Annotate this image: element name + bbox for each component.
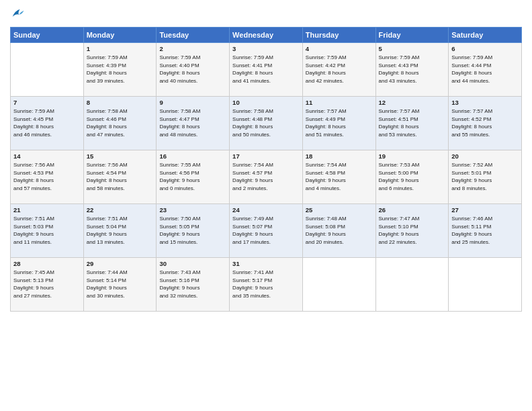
calendar-cell: 31Sunrise: 7:41 AMSunset: 5:17 PMDayligh… [230, 258, 303, 312]
day-number: 4 [306, 45, 373, 52]
calendar-cell [11, 43, 84, 97]
day-number: 15 [87, 152, 154, 160]
day-number: 14 [13, 152, 81, 160]
weekday-header: Friday [375, 28, 449, 43]
day-number: 17 [232, 152, 300, 160]
day-number: 22 [87, 206, 154, 214]
cell-info: Sunrise: 7:51 AMSunset: 5:03 PMDaylight:… [13, 215, 81, 246]
day-number: 5 [379, 45, 446, 52]
calendar-table: SundayMondayTuesdayWednesdayThursdayFrid… [10, 27, 522, 312]
day-number: 23 [159, 206, 226, 214]
day-number: 30 [159, 260, 226, 267]
weekday-header: Saturday [449, 28, 522, 43]
weekday-header: Monday [83, 28, 157, 43]
calendar-cell: 18Sunrise: 7:54 AMSunset: 4:58 PMDayligh… [302, 150, 375, 204]
weekday-header: Wednesday [230, 28, 303, 43]
cell-info: Sunrise: 7:54 AMSunset: 4:58 PMDaylight:… [306, 161, 373, 192]
calendar-cell: 28Sunrise: 7:45 AMSunset: 5:13 PMDayligh… [11, 258, 84, 312]
day-number: 26 [379, 206, 446, 214]
calendar-cell: 22Sunrise: 7:51 AMSunset: 5:04 PMDayligh… [83, 204, 157, 258]
calendar-cell [302, 258, 375, 312]
page: SundayMondayTuesdayWednesdayThursdayFrid… [0, 0, 532, 411]
cell-info: Sunrise: 7:57 AMSunset: 4:51 PMDaylight:… [379, 107, 446, 138]
calendar-cell: 17Sunrise: 7:54 AMSunset: 4:57 PMDayligh… [230, 150, 303, 204]
cell-info: Sunrise: 7:57 AMSunset: 4:52 PMDaylight:… [451, 107, 519, 138]
cell-info: Sunrise: 7:45 AMSunset: 5:13 PMDaylight:… [13, 269, 81, 300]
calendar-cell: 21Sunrise: 7:51 AMSunset: 5:03 PMDayligh… [11, 204, 84, 258]
calendar-cell: 7Sunrise: 7:59 AMSunset: 4:45 PMDaylight… [11, 97, 84, 150]
day-number: 2 [159, 45, 226, 52]
logo [10, 7, 26, 21]
calendar-cell: 27Sunrise: 7:46 AMSunset: 5:11 PMDayligh… [449, 204, 522, 258]
cell-info: Sunrise: 7:47 AMSunset: 5:10 PMDaylight:… [379, 215, 446, 246]
calendar-cell: 30Sunrise: 7:43 AMSunset: 5:16 PMDayligh… [157, 258, 230, 312]
day-number: 24 [232, 206, 300, 214]
cell-info: Sunrise: 7:43 AMSunset: 5:16 PMDaylight:… [159, 269, 226, 300]
calendar-cell: 6Sunrise: 7:59 AMSunset: 4:44 PMDaylight… [449, 43, 522, 97]
cell-info: Sunrise: 7:58 AMSunset: 4:46 PMDaylight:… [87, 107, 154, 138]
calendar-cell: 14Sunrise: 7:56 AMSunset: 4:53 PMDayligh… [11, 150, 84, 204]
calendar-cell: 3Sunrise: 7:59 AMSunset: 4:41 PMDaylight… [230, 43, 303, 97]
calendar-week-row: 1Sunrise: 7:59 AMSunset: 4:39 PMDaylight… [11, 43, 522, 97]
calendar-week-row: 14Sunrise: 7:56 AMSunset: 4:53 PMDayligh… [11, 150, 522, 204]
day-number: 28 [13, 260, 81, 267]
calendar-cell: 1Sunrise: 7:59 AMSunset: 4:39 PMDaylight… [83, 43, 157, 97]
calendar-week-row: 21Sunrise: 7:51 AMSunset: 5:03 PMDayligh… [11, 204, 522, 258]
cell-info: Sunrise: 7:48 AMSunset: 5:08 PMDaylight:… [306, 215, 373, 246]
cell-info: Sunrise: 7:59 AMSunset: 4:42 PMDaylight:… [306, 54, 373, 85]
cell-info: Sunrise: 7:41 AMSunset: 5:17 PMDaylight:… [232, 269, 300, 300]
logo-bird-icon [10, 7, 25, 21]
calendar-cell: 25Sunrise: 7:48 AMSunset: 5:08 PMDayligh… [302, 204, 375, 258]
cell-info: Sunrise: 7:57 AMSunset: 4:49 PMDaylight:… [306, 107, 373, 138]
day-number: 11 [306, 99, 373, 106]
cell-info: Sunrise: 7:59 AMSunset: 4:44 PMDaylight:… [451, 54, 519, 85]
day-number: 31 [232, 260, 300, 267]
day-number: 7 [13, 99, 81, 106]
header [10, 7, 522, 21]
calendar-cell: 5Sunrise: 7:59 AMSunset: 4:43 PMDaylight… [375, 43, 449, 97]
calendar-week-row: 28Sunrise: 7:45 AMSunset: 5:13 PMDayligh… [11, 258, 522, 312]
calendar-cell: 10Sunrise: 7:58 AMSunset: 4:48 PMDayligh… [230, 97, 303, 150]
day-number: 19 [379, 152, 446, 160]
calendar-cell: 9Sunrise: 7:58 AMSunset: 4:47 PMDaylight… [157, 97, 230, 150]
cell-info: Sunrise: 7:46 AMSunset: 5:11 PMDaylight:… [451, 215, 519, 246]
cell-info: Sunrise: 7:58 AMSunset: 4:48 PMDaylight:… [232, 107, 300, 138]
day-number: 1 [87, 45, 154, 52]
calendar-cell: 8Sunrise: 7:58 AMSunset: 4:46 PMDaylight… [83, 97, 157, 150]
cell-info: Sunrise: 7:50 AMSunset: 5:05 PMDaylight:… [159, 215, 226, 246]
cell-info: Sunrise: 7:55 AMSunset: 4:56 PMDaylight:… [159, 161, 226, 192]
calendar-cell: 19Sunrise: 7:53 AMSunset: 5:00 PMDayligh… [375, 150, 449, 204]
calendar-cell: 13Sunrise: 7:57 AMSunset: 4:52 PMDayligh… [449, 97, 522, 150]
day-number: 29 [87, 260, 154, 267]
cell-info: Sunrise: 7:59 AMSunset: 4:41 PMDaylight:… [232, 54, 300, 85]
weekday-header: Thursday [302, 28, 375, 43]
cell-info: Sunrise: 7:54 AMSunset: 4:57 PMDaylight:… [232, 161, 300, 192]
header-row: SundayMondayTuesdayWednesdayThursdayFrid… [11, 28, 522, 43]
calendar-cell: 12Sunrise: 7:57 AMSunset: 4:51 PMDayligh… [375, 97, 449, 150]
calendar-cell: 20Sunrise: 7:52 AMSunset: 5:01 PMDayligh… [449, 150, 522, 204]
weekday-header: Tuesday [157, 28, 230, 43]
calendar-cell: 15Sunrise: 7:56 AMSunset: 4:54 PMDayligh… [83, 150, 157, 204]
cell-info: Sunrise: 7:59 AMSunset: 4:43 PMDaylight:… [379, 54, 446, 85]
calendar-cell: 4Sunrise: 7:59 AMSunset: 4:42 PMDaylight… [302, 43, 375, 97]
calendar-week-row: 7Sunrise: 7:59 AMSunset: 4:45 PMDaylight… [11, 97, 522, 150]
day-number: 13 [451, 99, 519, 106]
day-number: 25 [306, 206, 373, 214]
calendar-cell: 16Sunrise: 7:55 AMSunset: 4:56 PMDayligh… [157, 150, 230, 204]
calendar-cell: 24Sunrise: 7:49 AMSunset: 5:07 PMDayligh… [230, 204, 303, 258]
calendar-cell: 11Sunrise: 7:57 AMSunset: 4:49 PMDayligh… [302, 97, 375, 150]
cell-info: Sunrise: 7:56 AMSunset: 4:53 PMDaylight:… [13, 161, 81, 192]
cell-info: Sunrise: 7:49 AMSunset: 5:07 PMDaylight:… [232, 215, 300, 246]
cell-info: Sunrise: 7:59 AMSunset: 4:40 PMDaylight:… [159, 54, 226, 85]
cell-info: Sunrise: 7:59 AMSunset: 4:45 PMDaylight:… [13, 107, 81, 138]
calendar-cell: 26Sunrise: 7:47 AMSunset: 5:10 PMDayligh… [375, 204, 449, 258]
day-number: 18 [306, 152, 373, 160]
cell-info: Sunrise: 7:59 AMSunset: 4:39 PMDaylight:… [87, 54, 154, 85]
day-number: 21 [13, 206, 81, 214]
day-number: 27 [451, 206, 519, 214]
day-number: 16 [159, 152, 226, 160]
day-number: 6 [451, 45, 519, 52]
day-number: 8 [87, 99, 154, 106]
calendar-cell: 29Sunrise: 7:44 AMSunset: 5:14 PMDayligh… [83, 258, 157, 312]
day-number: 12 [379, 99, 446, 106]
